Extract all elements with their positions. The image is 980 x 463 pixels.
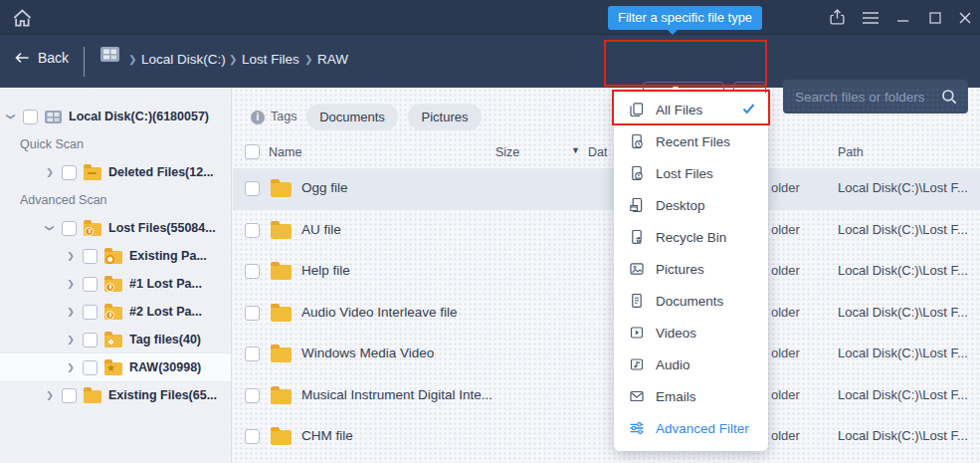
share-button[interactable]	[822, 0, 852, 35]
sidebar-item-label: Tag files(40)	[129, 333, 201, 347]
sidebar-section-quick-scan: Quick Scan	[0, 130, 231, 158]
menu-item-recent-files[interactable]: Recent Files	[614, 125, 768, 157]
checkbox[interactable]	[62, 221, 77, 236]
filter-tooltip: Filter a specific file type	[608, 6, 762, 30]
close-icon	[959, 12, 971, 24]
folder-icon	[271, 265, 292, 280]
sidebar-item-label: Lost Files(55084...	[108, 221, 216, 235]
table-row[interactable]: Audio Video Interleave file older Local …	[233, 293, 980, 335]
column-path[interactable]: Path	[838, 145, 864, 159]
breadcrumb-raw[interactable]: RAW	[317, 52, 348, 67]
column-date[interactable]: Dat	[588, 145, 607, 159]
chevron-right-icon[interactable]: ❯	[66, 362, 76, 372]
file-path: Local Disk(C:)\Lost F...	[838, 428, 968, 443]
table-row[interactable]: CHM file older Local Disk(C:)\Lost F...	[233, 416, 980, 458]
checkbox[interactable]	[245, 223, 260, 238]
file-name: AU file	[301, 222, 341, 237]
menu-item-desktop[interactable]: Desktop	[614, 189, 768, 221]
file-path: Local Disk(C:)\Lost F...	[838, 263, 968, 278]
file-path: Local Disk(C:)\Lost F...	[838, 180, 968, 195]
back-button[interactable]: Back	[14, 50, 69, 66]
menu-item-documents[interactable]: Documents	[614, 285, 768, 317]
menu-item-videos[interactable]: Videos	[614, 317, 768, 348]
checkbox[interactable]	[83, 360, 98, 375]
breadcrumb-chevron-icon: ❯	[304, 54, 312, 65]
home-button[interactable]	[12, 8, 34, 28]
checkmark-icon	[742, 104, 755, 115]
checkbox[interactable]	[245, 306, 260, 321]
sidebar-item-lost-partition-2[interactable]: ❯ #2 Lost Pa...	[0, 298, 231, 326]
table-row[interactable]: Help file older Local Disk(C:)\Lost F...	[233, 251, 980, 293]
column-size[interactable]: Size	[495, 145, 519, 159]
menu-item-advanced-filter[interactable]: Advanced Filter	[614, 412, 768, 444]
app-menu-button[interactable]	[856, 0, 885, 35]
sidebar-item-existing-partition[interactable]: ❯ Existing Pa...	[0, 242, 231, 270]
checkbox[interactable]	[245, 264, 260, 279]
checkbox[interactable]	[245, 347, 260, 361]
sidebar-item-raw[interactable]: ❯ ★ RAW(30998)	[0, 353, 231, 381]
recent-files-icon	[629, 133, 645, 149]
sidebar-item-label: Local Disk(C:)(6180057)	[69, 110, 209, 123]
maximize-button[interactable]	[920, 0, 950, 35]
menu-item-label: Recent Files	[656, 134, 730, 149]
checkbox[interactable]	[245, 388, 260, 403]
chevron-down-icon[interactable]: ❯	[6, 112, 16, 121]
chevron-right-icon[interactable]: ❯	[66, 335, 76, 345]
file-type: older	[771, 180, 800, 195]
file-name: CHM file	[301, 428, 353, 443]
menu-item-label: Audio	[656, 357, 690, 372]
menu-item-pictures[interactable]: Pictures	[614, 253, 768, 285]
tags-label: Tags	[271, 110, 296, 123]
menu-item-recycle-bin[interactable]: Recycle Bin	[614, 221, 768, 253]
table-row[interactable]: Ogg file older Local Disk(C:)\Lost F...	[233, 168, 980, 210]
sidebar-item-existing-files[interactable]: ❯ Existing Files(65...	[0, 381, 231, 409]
chevron-right-icon[interactable]: ❯	[66, 251, 76, 261]
advanced-filter-icon	[629, 420, 645, 436]
minimize-button[interactable]	[888, 0, 918, 35]
folder-target-icon	[104, 251, 122, 264]
breadcrumb-chevron-icon: ❯	[128, 54, 136, 65]
chevron-right-icon[interactable]: ❯	[66, 279, 76, 289]
breadcrumb-local-disk[interactable]: Local Disk(C:)	[141, 52, 226, 67]
checkbox[interactable]	[245, 429, 260, 444]
table-row[interactable]: Windows Media Video older Local Disk(C:)…	[233, 334, 980, 375]
column-name[interactable]: Name	[269, 145, 301, 159]
file-path: Local Disk(C:)\Lost F...	[838, 222, 968, 237]
app-window: Filter a specific file type	[0, 0, 980, 463]
menu-item-lost-files[interactable]: Lost Files	[614, 157, 768, 189]
checkbox[interactable]	[23, 110, 38, 124]
checkbox[interactable]	[83, 305, 98, 320]
chevron-down-icon[interactable]: ❯	[45, 223, 55, 233]
checkbox[interactable]	[83, 333, 98, 347]
breadcrumb-lost-files[interactable]: Lost Files	[242, 52, 299, 67]
checkbox[interactable]	[245, 181, 260, 196]
sidebar-tree: ❯ Local Disk(C:)(6180057) Quick Scan ❯ D…	[0, 88, 232, 463]
folder-icon	[271, 430, 292, 445]
section-label: Quick Scan	[20, 137, 84, 151]
table-row[interactable]: AU file older Local Disk(C:)\Lost F...	[233, 210, 980, 252]
tag-chip-pictures[interactable]: Pictures	[408, 104, 482, 130]
menu-item-label: Advanced Filter	[656, 421, 749, 436]
folder-icon	[271, 224, 292, 239]
sidebar-item-lost-partition-1[interactable]: ❯ #1 Lost Pa...	[0, 270, 231, 298]
checkbox[interactable]	[83, 249, 98, 264]
file-path: Local Disk(C:)\Lost F...	[838, 387, 968, 402]
chevron-right-icon[interactable]: ❯	[45, 390, 55, 400]
menu-item-audio[interactable]: Audio	[614, 348, 768, 380]
chevron-right-icon[interactable]: ❯	[45, 167, 55, 177]
tag-chip-documents[interactable]: Documents	[306, 104, 398, 130]
checkbox[interactable]	[62, 388, 77, 403]
menu-item-all-files[interactable]: All Files	[614, 94, 768, 125]
sort-caret-icon[interactable]: ▼	[571, 145, 580, 155]
sidebar-item-local-disk[interactable]: ❯ Local Disk(C:)(6180057)	[0, 103, 231, 130]
close-button[interactable]	[950, 0, 980, 35]
chevron-right-icon[interactable]: ❯	[66, 307, 76, 317]
sidebar-item-deleted-files[interactable]: ❯ Deleted Files(12...	[0, 158, 231, 186]
sidebar-item-tag-files[interactable]: ❯ Tag files(40)	[0, 326, 231, 353]
select-all-checkbox[interactable]	[245, 144, 260, 159]
checkbox[interactable]	[83, 277, 98, 292]
sidebar-item-lost-files[interactable]: ❯ Lost Files(55084...	[0, 214, 231, 242]
menu-item-emails[interactable]: Emails	[614, 380, 768, 412]
table-row[interactable]: Musical Instrument Digital Inte... older…	[233, 375, 980, 417]
checkbox[interactable]	[62, 165, 77, 180]
